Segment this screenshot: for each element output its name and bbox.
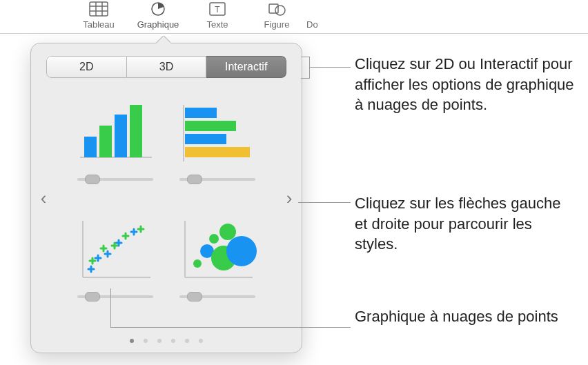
prev-style-button[interactable]: ‹ (35, 184, 52, 212)
svg-point-46 (209, 234, 219, 244)
bubble-chart-thumb (175, 212, 260, 288)
toolbar-item-label: Do (306, 19, 318, 30)
toolbar-item-label: Figure (264, 19, 290, 30)
toolbar-item-text[interactable]: T Texte (188, 0, 247, 34)
tab-3d[interactable]: 3D (127, 56, 207, 78)
page-dot[interactable] (199, 339, 203, 343)
page-dot[interactable] (171, 339, 175, 343)
chart-option-scatter[interactable] (68, 212, 162, 315)
toolbar-item-more[interactable]: Do (306, 0, 334, 34)
style-slider[interactable] (179, 292, 255, 300)
style-slider[interactable] (77, 292, 153, 300)
toolbar-item-label: Tableau (83, 19, 115, 30)
shape-icon (267, 1, 286, 17)
chart-option-bar[interactable] (170, 95, 264, 198)
page-dot[interactable] (157, 339, 161, 343)
svg-rect-19 (185, 147, 250, 157)
toolbar-item-label: Texte (206, 19, 228, 30)
page-dot[interactable] (185, 339, 189, 343)
tab-2d[interactable]: 2D (46, 56, 127, 78)
svg-point-44 (193, 259, 202, 268)
chart-type-segmented: 2D 3D Interactif (46, 56, 286, 78)
svg-point-9 (275, 6, 285, 15)
chart-popover: 2D 3D Interactif ‹ › (30, 43, 302, 353)
callout-tabs: Cliquez sur 2D ou Interactif pour affich… (355, 54, 576, 115)
svg-rect-18 (185, 134, 226, 144)
text-icon: T (208, 1, 227, 17)
style-slider[interactable] (77, 175, 153, 183)
chart-option-bubble[interactable] (170, 212, 264, 315)
svg-rect-8 (269, 4, 278, 13)
popover-arrow (155, 36, 170, 43)
scatter-chart-thumb (72, 212, 158, 288)
pie-icon (148, 1, 168, 17)
tab-interactive[interactable]: Interactif (206, 56, 286, 78)
callout-arrows: Cliquez sur les flèches gauche et droite… (355, 193, 576, 255)
toolbar-item-label: Graphique (137, 19, 179, 30)
svg-rect-11 (84, 137, 97, 157)
svg-rect-13 (115, 115, 127, 157)
svg-rect-16 (185, 108, 217, 118)
style-slider[interactable] (179, 175, 255, 183)
page-dots (31, 339, 302, 343)
table-icon (89, 1, 108, 17)
callout-leader (298, 202, 351, 203)
callout-leader (110, 288, 111, 327)
svg-rect-12 (99, 126, 112, 157)
page-dot[interactable] (144, 339, 148, 343)
toolbar: Tableau Graphique T Texte Figure Do (0, 0, 588, 34)
svg-point-49 (226, 236, 257, 266)
column-chart-thumb (72, 95, 158, 170)
callout-leader (309, 67, 351, 68)
chart-option-column[interactable] (68, 95, 162, 198)
next-style-button[interactable]: › (281, 184, 297, 212)
svg-rect-0 (90, 2, 108, 16)
toolbar-item-chart[interactable]: Graphique (128, 0, 188, 34)
svg-point-48 (219, 224, 236, 240)
toolbar-item-shape[interactable]: Figure (247, 0, 306, 34)
callout-bracket (301, 57, 310, 79)
callout-leader (110, 327, 351, 328)
page-dot[interactable] (130, 339, 134, 343)
chart-style-grid (68, 95, 264, 315)
svg-rect-14 (130, 105, 142, 157)
callout-scatter: Graphique à nuages de points (355, 306, 576, 327)
toolbar-item-table[interactable]: Tableau (69, 0, 128, 34)
svg-text:T: T (215, 5, 220, 14)
bar-chart-thumb (175, 95, 260, 170)
svg-rect-17 (185, 121, 236, 131)
